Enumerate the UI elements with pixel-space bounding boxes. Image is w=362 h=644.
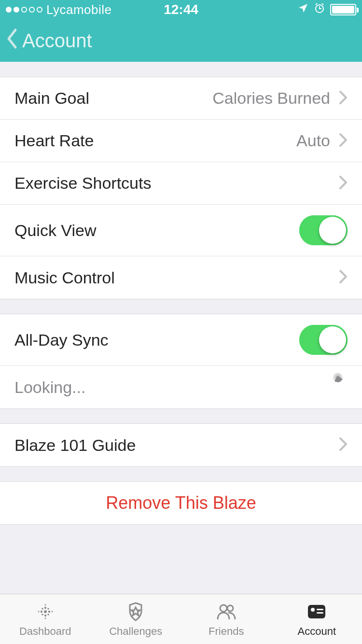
account-icon [306, 601, 327, 622]
svg-point-3 [48, 610, 50, 612]
row-label: Exercise Shortcuts [14, 174, 151, 193]
svg-point-12 [44, 604, 46, 605]
location-icon [297, 2, 309, 17]
settings-content: Main Goal Calories Burned Heart Rate Aut… [0, 62, 362, 540]
row-label: All-Day Sync [14, 331, 109, 350]
svg-point-13 [44, 617, 46, 619]
svg-point-9 [47, 614, 49, 616]
tab-label: Account [298, 625, 336, 638]
chevron-left-icon [5, 28, 19, 54]
row-guide[interactable]: Blaze 101 Guide [0, 424, 362, 466]
section-gap [0, 524, 362, 540]
row-label: Main Goal [14, 89, 89, 108]
nav-bar: Account [0, 19, 362, 62]
svg-point-5 [44, 614, 46, 616]
row-value: Calories Burned [212, 89, 330, 108]
svg-point-6 [42, 608, 43, 610]
svg-point-8 [42, 614, 43, 616]
signal-strength-icon [6, 7, 42, 13]
svg-point-10 [38, 611, 39, 612]
row-all-day-sync: All-Day Sync [0, 314, 362, 366]
row-main-goal[interactable]: Main Goal Calories Burned [0, 77, 362, 120]
challenges-icon [125, 601, 146, 622]
tab-challenges[interactable]: Challenges [91, 594, 181, 644]
svg-point-11 [51, 611, 53, 612]
settings-group-remove: Remove This Blaze [0, 482, 362, 524]
carrier-label: Lycamobile [46, 2, 112, 17]
row-quick-view: Quick View [0, 205, 362, 256]
row-sync-status: Looking... [0, 366, 362, 408]
svg-point-4 [44, 606, 46, 608]
back-button[interactable]: Account [5, 28, 92, 54]
battery-icon [330, 4, 356, 15]
svg-rect-18 [317, 609, 323, 610]
row-value: Auto [296, 131, 330, 150]
svg-point-1 [44, 610, 47, 613]
settings-group-sync: All-Day Sync Looking... [0, 314, 362, 408]
alarm-icon [314, 2, 325, 17]
page-title: Account [22, 30, 92, 52]
row-exercise-shortcuts[interactable]: Exercise Shortcuts [0, 162, 362, 205]
spinner-icon [328, 378, 348, 397]
chevron-right-icon [339, 269, 348, 286]
section-gap [0, 408, 362, 424]
dashboard-icon [35, 601, 56, 622]
tab-account[interactable]: Account [272, 594, 362, 644]
svg-point-2 [41, 610, 42, 612]
svg-point-7 [47, 608, 49, 610]
chevron-right-icon [339, 437, 348, 453]
row-label: Quick View [14, 221, 96, 240]
tab-bar: Dashboard Challenges Friends Account [0, 594, 362, 644]
svg-rect-19 [317, 612, 323, 614]
status-bar: Lycamobile 12:44 [0, 0, 362, 19]
all-day-sync-toggle[interactable] [299, 325, 348, 355]
remove-device-button[interactable]: Remove This Blaze [0, 482, 362, 524]
settings-group-guide: Blaze 101 Guide [0, 424, 362, 466]
row-label: Blaze 101 Guide [14, 436, 136, 455]
svg-point-17 [311, 608, 315, 612]
tab-dashboard[interactable]: Dashboard [0, 594, 91, 644]
friends-icon [216, 601, 237, 622]
row-heart-rate[interactable]: Heart Rate Auto [0, 120, 362, 162]
tab-label: Challenges [109, 625, 162, 638]
row-label: Remove This Blaze [106, 493, 256, 513]
settings-group-device: Main Goal Calories Burned Heart Rate Aut… [0, 77, 362, 299]
section-gap [0, 299, 362, 314]
svg-rect-16 [308, 605, 325, 618]
row-label: Looking... [14, 378, 85, 397]
tab-label: Dashboard [19, 625, 71, 638]
tab-friends[interactable]: Friends [181, 594, 272, 644]
svg-point-14 [220, 605, 227, 612]
section-gap [0, 466, 362, 482]
row-label: Music Control [14, 268, 115, 287]
row-music-control[interactable]: Music Control [0, 256, 362, 299]
chevron-right-icon [339, 175, 348, 192]
status-right [297, 2, 356, 17]
chevron-right-icon [339, 90, 348, 107]
row-label: Heart Rate [14, 131, 94, 150]
section-gap [0, 62, 362, 77]
chevron-right-icon [339, 133, 348, 149]
svg-point-15 [227, 605, 233, 611]
tab-label: Friends [209, 625, 244, 638]
quick-view-toggle[interactable] [299, 215, 348, 245]
clock-label: 12:44 [164, 2, 198, 17]
status-left: Lycamobile [6, 2, 112, 17]
